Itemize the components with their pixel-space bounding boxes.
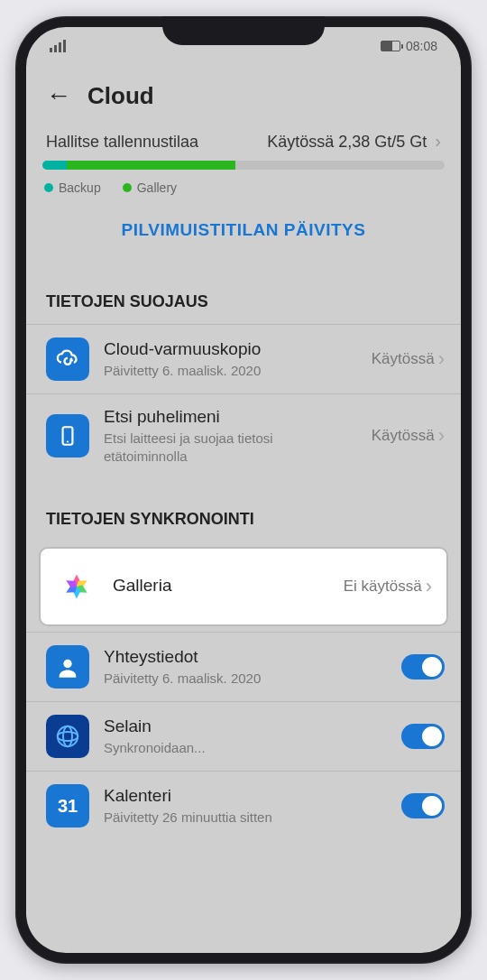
storage-bar bbox=[42, 161, 445, 170]
battery-icon bbox=[381, 41, 400, 51]
dot-gallery-icon bbox=[123, 183, 132, 192]
contacts-icon bbox=[46, 645, 89, 689]
clock: 08:08 bbox=[406, 39, 437, 53]
signal-icon bbox=[50, 40, 66, 52]
dot-backup-icon bbox=[44, 183, 53, 192]
gallery-icon bbox=[55, 565, 98, 608]
calendar-day: 31 bbox=[58, 796, 78, 817]
notch bbox=[162, 16, 325, 45]
svg-point-3 bbox=[58, 726, 78, 747]
group-title-sync: TIETOJEN SYNKRONOINTI bbox=[26, 490, 461, 541]
toggle-browser[interactable] bbox=[401, 724, 445, 749]
screen: 08:08 ← Cloud Hallitse tallennustilaa Kä… bbox=[26, 27, 461, 953]
item-browser[interactable]: Selain Synkronoidaan... bbox=[26, 701, 461, 771]
chevron-right-icon: › bbox=[438, 349, 445, 369]
toggle-calendar[interactable] bbox=[401, 793, 445, 818]
item-calendar[interactable]: 31 Kalenteri Päivitetty 26 minuuttia sit… bbox=[26, 771, 461, 840]
chevron-right-icon: › bbox=[438, 426, 445, 446]
storage-section: Hallitse tallennustilaa Käytössä 2,38 Gt… bbox=[26, 128, 461, 260]
upgrade-row: PILVIMUISTITILAN PÄIVITYS bbox=[42, 206, 445, 260]
item-title: Cloud-varmuuskopio bbox=[104, 339, 357, 359]
item-gallery[interactable]: Galleria Ei käytössä › bbox=[39, 547, 448, 626]
item-status: Käytössä bbox=[372, 350, 435, 368]
item-title: Etsi puhelimeni bbox=[104, 407, 357, 427]
legend-backup: Backup bbox=[59, 180, 101, 195]
item-title: Kalenteri bbox=[104, 786, 387, 806]
storage-legend: Backup Gallery bbox=[42, 170, 445, 206]
item-sub: Päivitetty 6. maalisk. 2020 bbox=[104, 362, 357, 380]
item-status: Käytössä bbox=[372, 427, 435, 445]
back-icon[interactable]: ← bbox=[46, 81, 71, 110]
browser-icon bbox=[46, 715, 89, 758]
item-sub: Päivitetty 26 minuuttia sitten bbox=[104, 809, 387, 827]
cloud-backup-icon bbox=[46, 337, 89, 381]
item-find-phone[interactable]: Etsi puhelimeni Etsi laitteesi ja suojaa… bbox=[26, 393, 461, 477]
svg-point-1 bbox=[67, 440, 69, 442]
item-title: Galleria bbox=[113, 576, 329, 596]
chevron-right-icon: › bbox=[426, 577, 432, 596]
storage-bar-backup bbox=[42, 161, 67, 170]
app-header: ← Cloud bbox=[26, 60, 461, 128]
page-title: Cloud bbox=[87, 82, 154, 110]
chevron-right-icon: › bbox=[435, 131, 441, 151]
storage-bar-gallery bbox=[67, 161, 235, 170]
upgrade-link[interactable]: PILVIMUISTITILAN PÄIVITYS bbox=[122, 220, 366, 239]
item-sub: Synkronoidaan... bbox=[104, 739, 387, 757]
storage-usage: Käytössä 2,38 Gt/5 Gt bbox=[267, 133, 427, 151]
legend-gallery: Gallery bbox=[137, 180, 177, 195]
find-phone-icon bbox=[46, 414, 89, 458]
item-cloud-backup[interactable]: Cloud-varmuuskopio Päivitetty 6. maalisk… bbox=[26, 324, 461, 393]
storage-label: Hallitse tallennustilaa bbox=[46, 133, 198, 152]
svg-point-4 bbox=[58, 732, 78, 741]
svg-point-2 bbox=[63, 660, 71, 668]
group-title-protection: TIETOJEN SUOJAUS bbox=[26, 273, 461, 324]
item-title: Selain bbox=[104, 717, 387, 736]
item-contacts[interactable]: Yhteystiedot Päivitetty 6. maalisk. 2020 bbox=[26, 632, 461, 701]
item-sub: Etsi laitteesi ja suojaa tietosi etätoim… bbox=[104, 430, 357, 465]
toggle-contacts[interactable] bbox=[401, 654, 445, 680]
manage-storage-row[interactable]: Hallitse tallennustilaa Käytössä 2,38 Gt… bbox=[42, 128, 445, 161]
item-status: Ei käytössä bbox=[344, 578, 422, 596]
phone-frame: 08:08 ← Cloud Hallitse tallennustilaa Kä… bbox=[15, 16, 472, 964]
item-title: Yhteystiedot bbox=[104, 647, 387, 667]
calendar-icon: 31 bbox=[46, 784, 89, 827]
item-sub: Päivitetty 6. maalisk. 2020 bbox=[104, 670, 387, 688]
svg-point-5 bbox=[63, 726, 72, 747]
